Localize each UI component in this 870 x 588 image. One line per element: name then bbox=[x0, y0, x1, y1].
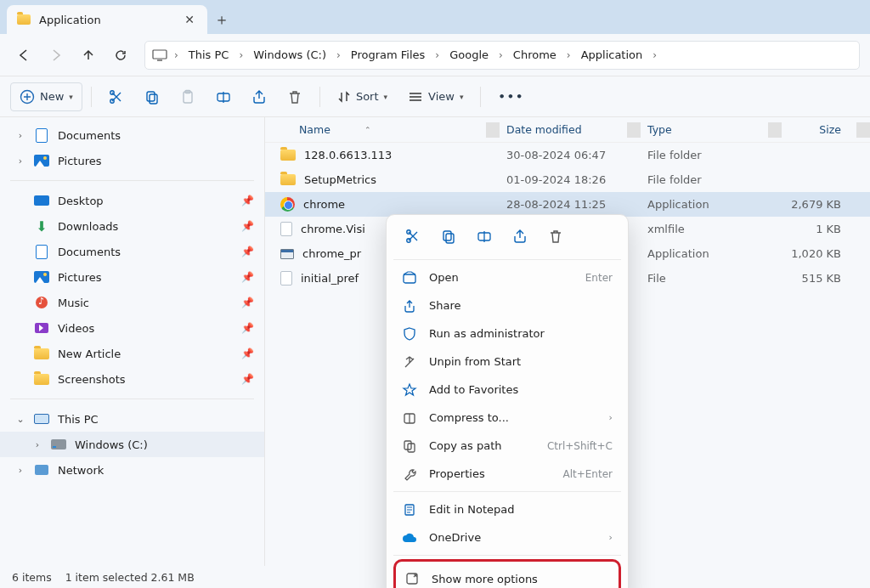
column-header-name[interactable]: Name⌃ bbox=[265, 123, 486, 136]
context-copy-button[interactable] bbox=[432, 223, 465, 249]
sidebar-item-this-pc[interactable]: ⌄This PC bbox=[0, 406, 264, 432]
context-share-button[interactable] bbox=[504, 223, 536, 249]
compress-icon bbox=[402, 411, 417, 425]
pc-icon bbox=[34, 411, 49, 427]
sidebar-item-pictures[interactable]: ›Pictures bbox=[0, 148, 264, 173]
breadcrumb-item[interactable]: Windows (C:) bbox=[250, 45, 330, 65]
file-row[interactable]: SetupMetrics 01-09-2024 18:26 File folde… bbox=[265, 167, 870, 192]
sidebar-item-documents-pinned[interactable]: ›Documents📌 bbox=[0, 239, 264, 264]
sidebar-item-documents[interactable]: ›Documents bbox=[0, 122, 264, 148]
sidebar-item-music[interactable]: ›Music📌 bbox=[0, 290, 264, 315]
folder-icon bbox=[280, 174, 296, 185]
forward-button[interactable] bbox=[42, 42, 70, 69]
sidebar-item-videos[interactable]: ›Videos📌 bbox=[0, 315, 264, 341]
sort-button[interactable]: Sort ▾ bbox=[329, 82, 396, 111]
copy-button[interactable] bbox=[136, 82, 168, 111]
file-type: File folder bbox=[641, 149, 768, 161]
network-icon bbox=[34, 462, 49, 478]
sidebar-item-windows-c[interactable]: ›Windows (C:) bbox=[0, 432, 264, 457]
chevron-down-icon: ▾ bbox=[69, 93, 73, 101]
divider bbox=[480, 87, 481, 107]
notepad-icon bbox=[402, 503, 417, 517]
more-options-icon bbox=[404, 572, 420, 585]
breadcrumb-item[interactable]: Google bbox=[446, 45, 492, 65]
paste-button[interactable] bbox=[172, 82, 204, 111]
context-item-share[interactable]: Share bbox=[393, 291, 621, 319]
nav-bar: › This PC › Windows (C:) › Program Files… bbox=[0, 34, 870, 76]
refresh-button[interactable] bbox=[107, 42, 134, 69]
chevron-right-icon[interactable]: › bbox=[430, 49, 444, 61]
breadcrumb-bar[interactable]: › This PC › Windows (C:) › Program Files… bbox=[144, 41, 860, 70]
context-item-properties[interactable]: Properties Alt+Enter bbox=[393, 460, 621, 488]
sidebar-item-label: Pictures bbox=[58, 271, 101, 284]
chevron-right-icon[interactable]: › bbox=[331, 49, 346, 61]
chevron-right-icon[interactable]: › bbox=[169, 49, 184, 61]
rename-button[interactable] bbox=[207, 82, 240, 111]
chevron-right-icon[interactable]: › bbox=[562, 49, 576, 61]
pin-icon: 📌 bbox=[241, 348, 254, 359]
new-button[interactable]: New ▾ bbox=[10, 82, 82, 111]
close-tab-button[interactable]: ✕ bbox=[182, 13, 197, 26]
view-button[interactable]: View ▾ bbox=[399, 82, 472, 111]
context-cut-button[interactable] bbox=[397, 223, 429, 249]
breadcrumb-item[interactable]: Program Files bbox=[347, 45, 429, 65]
column-header-size[interactable]: Size bbox=[782, 123, 856, 136]
breadcrumb-item[interactable]: Application bbox=[578, 45, 647, 65]
document-icon bbox=[34, 127, 49, 143]
column-header-type[interactable]: Type bbox=[641, 123, 768, 136]
share-button[interactable] bbox=[243, 82, 275, 111]
cut-button[interactable] bbox=[100, 82, 133, 111]
sidebar-item-desktop[interactable]: ›Desktop📌 bbox=[0, 188, 264, 213]
sidebar-item-downloads[interactable]: ›⬇Downloads📌 bbox=[0, 213, 264, 239]
column-resize[interactable] bbox=[627, 122, 641, 138]
paste-icon bbox=[180, 89, 195, 105]
context-item-copy-path[interactable]: Copy as path Ctrl+Shift+C bbox=[393, 432, 621, 460]
up-button[interactable] bbox=[75, 42, 102, 69]
context-item-run-as-admin[interactable]: Run as administrator bbox=[393, 319, 621, 348]
column-resize[interactable] bbox=[486, 122, 500, 138]
context-rename-button[interactable] bbox=[468, 223, 500, 249]
cloud-icon bbox=[402, 533, 417, 543]
context-item-show-more[interactable]: Show more options bbox=[396, 562, 619, 588]
sidebar-item-label: Windows (C:) bbox=[75, 438, 148, 451]
context-item-onedrive[interactable]: OneDrive › bbox=[393, 523, 621, 551]
picture-icon bbox=[34, 269, 49, 285]
menu-label: Edit in Notepad bbox=[429, 503, 613, 516]
column-resize[interactable] bbox=[856, 122, 870, 138]
chevron-right-icon: › bbox=[15, 130, 25, 141]
context-item-compress[interactable]: Compress to... › bbox=[393, 404, 621, 432]
copy-icon bbox=[441, 229, 456, 244]
sidebar-item-network[interactable]: ›Network bbox=[0, 457, 264, 483]
navigation-pane: ›Documents ›Pictures ›Desktop📌 ›⬇Downloa… bbox=[0, 117, 265, 566]
file-row[interactable]: 128.0.6613.113 30-08-2024 06:47 File fol… bbox=[265, 143, 870, 167]
context-delete-button[interactable] bbox=[540, 223, 572, 249]
context-item-edit-notepad[interactable]: Edit in Notepad bbox=[393, 495, 621, 523]
new-tab-button[interactable]: ＋ bbox=[207, 5, 236, 34]
sidebar-item-new-article[interactable]: ›New Article📌 bbox=[0, 341, 264, 366]
context-item-unpin-start[interactable]: Unpin from Start bbox=[393, 348, 621, 376]
breadcrumb-item[interactable]: This PC bbox=[185, 45, 233, 65]
chevron-right-icon[interactable]: › bbox=[494, 49, 508, 61]
context-item-add-favorites[interactable]: Add to Favorites bbox=[393, 376, 621, 404]
column-header-date[interactable]: Date modified bbox=[500, 123, 627, 136]
divider bbox=[91, 87, 92, 107]
sidebar-item-pictures-pinned[interactable]: ›Pictures📌 bbox=[0, 264, 264, 290]
breadcrumb-item[interactable]: Chrome bbox=[510, 45, 560, 65]
sidebar-item-screenshots[interactable]: ›Screenshots📌 bbox=[0, 366, 264, 392]
chevron-right-icon[interactable]: › bbox=[234, 49, 248, 61]
delete-button[interactable] bbox=[279, 82, 311, 111]
video-icon bbox=[34, 320, 49, 336]
column-resize[interactable] bbox=[768, 122, 782, 138]
file-name: SetupMetrics bbox=[304, 173, 376, 186]
scissors-icon bbox=[109, 89, 124, 105]
window-tab[interactable]: Application ✕ bbox=[7, 5, 207, 34]
status-item-count: 6 items bbox=[12, 571, 52, 584]
context-item-open[interactable]: Open Enter bbox=[393, 263, 621, 291]
chevron-right-icon[interactable]: › bbox=[647, 49, 662, 61]
drive-icon bbox=[51, 437, 66, 452]
file-row[interactable]: chrome 28-08-2024 11:25 Application 2,67… bbox=[265, 192, 870, 217]
back-button[interactable] bbox=[10, 42, 37, 69]
sort-icon bbox=[337, 90, 351, 104]
more-button[interactable]: ••• bbox=[489, 82, 533, 111]
unpin-icon bbox=[402, 355, 417, 369]
